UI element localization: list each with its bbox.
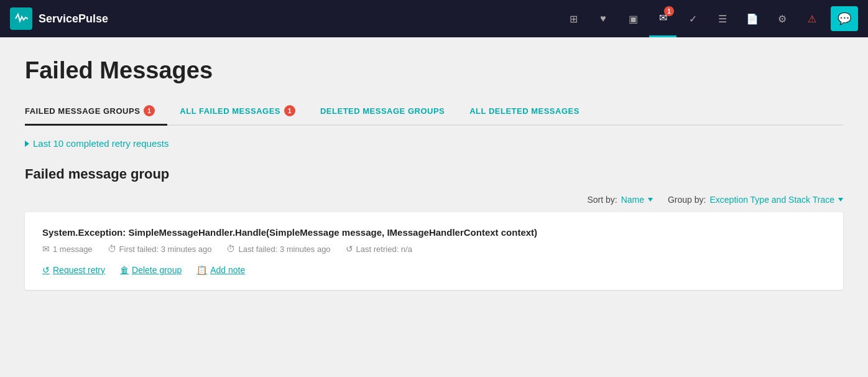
tab-failed-message-groups-badge: 1 xyxy=(144,105,155,116)
tabs-bar: FAILED MESSAGE GROUPS 1 ALL FAILED MESSA… xyxy=(25,99,843,126)
nav-messages[interactable]: ✉ 1 xyxy=(649,0,676,37)
nav-list[interactable]: ☰ xyxy=(709,0,736,37)
add-note-button[interactable]: 📋 Add note xyxy=(196,265,245,275)
tab-failed-message-groups-label: FAILED MESSAGE GROUPS xyxy=(25,106,140,116)
nav-warning[interactable]: ⚠ xyxy=(798,0,826,37)
nav-monitoring[interactable]: ▣ xyxy=(619,0,647,37)
group-by-control: Group by: Exception Type and Stack Trace xyxy=(668,195,843,205)
nav-dashboard[interactable]: ⊞ xyxy=(560,0,587,37)
navbar: ServicePulse ⊞ ♥ ▣ ✉ 1 ✓ ☰ 📄 ⚙ ⚠ 💬 xyxy=(0,0,868,37)
note-action-icon: 📋 xyxy=(196,265,207,275)
last-failed-item: ⏱ Last failed: 3 minutes ago xyxy=(226,244,330,254)
tab-deleted-message-groups[interactable]: DELETED MESSAGE GROUPS xyxy=(320,100,457,125)
nav-heartbeat[interactable]: ♥ xyxy=(589,0,617,37)
tab-all-failed-messages-badge: 1 xyxy=(284,105,295,116)
message-count-item: ✉ 1 message xyxy=(42,244,93,254)
first-failed-text: First failed: 3 minutes ago xyxy=(119,244,212,254)
group-value-dropdown[interactable]: Exception Type and Stack Trace xyxy=(709,195,843,205)
sort-group-row: Sort by: Name Group by: Exception Type a… xyxy=(25,195,843,205)
page-title: Failed Messages xyxy=(25,57,843,84)
tab-all-deleted-messages[interactable]: ALL DELETED MESSAGES xyxy=(469,100,592,125)
add-note-label: Add note xyxy=(210,265,245,275)
nav-check[interactable]: ✓ xyxy=(679,0,706,37)
tab-all-deleted-messages-label: ALL DELETED MESSAGES xyxy=(469,106,579,116)
tab-all-failed-messages-label: ALL FAILED MESSAGES xyxy=(180,106,280,116)
exception-text: System.Exception: SimpleMessageHandler.H… xyxy=(42,227,826,238)
message-meta: ✉ 1 message ⏱ First failed: 3 minutes ag… xyxy=(42,244,826,254)
request-retry-label: Request retry xyxy=(53,265,105,275)
delete-group-button[interactable]: 🗑 Delete group xyxy=(120,265,182,275)
delete-group-label: Delete group xyxy=(132,265,182,275)
message-group-card: System.Exception: SimpleMessageHandler.H… xyxy=(25,212,843,290)
sort-value-dropdown[interactable]: Name xyxy=(621,195,653,205)
last-failed-text: Last failed: 3 minutes ago xyxy=(238,244,330,254)
group-value-text: Exception Type and Stack Trace xyxy=(709,195,834,205)
group-label: Group by: xyxy=(668,195,706,205)
clock-icon-last: ⏱ xyxy=(226,244,235,254)
sort-value-text: Name xyxy=(621,195,644,205)
tab-deleted-message-groups-label: DELETED MESSAGE GROUPS xyxy=(320,106,445,116)
message-count: 1 message xyxy=(53,244,93,254)
tab-all-failed-messages[interactable]: ALL FAILED MESSAGES 1 xyxy=(180,99,308,126)
section-title: Failed message group xyxy=(25,166,843,182)
sort-dropdown-arrow xyxy=(648,198,653,202)
navbar-icons: ⊞ ♥ ▣ ✉ 1 ✓ ☰ 📄 ⚙ ⚠ 💬 xyxy=(560,0,858,37)
nav-chat-button[interactable]: 💬 xyxy=(831,6,858,31)
message-actions: ↺ Request retry 🗑 Delete group 📋 Add not… xyxy=(42,265,826,275)
group-dropdown-arrow xyxy=(838,198,843,202)
tab-failed-message-groups[interactable]: FAILED MESSAGE GROUPS 1 xyxy=(25,99,167,126)
messages-badge: 1 xyxy=(664,6,674,16)
brand-name: ServicePulse xyxy=(39,12,108,26)
content-area: Failed Messages FAILED MESSAGE GROUPS 1 … xyxy=(0,37,868,377)
first-failed-item: ⏱ First failed: 3 minutes ago xyxy=(108,244,212,254)
nav-settings[interactable]: ⚙ xyxy=(769,0,796,37)
brand-icon xyxy=(10,7,32,30)
retry-action-icon: ↺ xyxy=(42,265,50,275)
chevron-right-icon xyxy=(25,141,29,147)
retry-icon-meta: ↺ xyxy=(346,244,353,254)
last-retried-text: Last retried: n/a xyxy=(356,244,412,254)
sort-by-control: Sort by: Name xyxy=(587,195,653,205)
envelope-icon: ✉ xyxy=(42,244,50,254)
retry-requests-link[interactable]: Last 10 completed retry requests xyxy=(25,138,843,149)
clock-icon-first: ⏱ xyxy=(108,244,116,254)
sort-label: Sort by: xyxy=(587,195,617,205)
delete-action-icon: 🗑 xyxy=(120,265,129,275)
last-retried-item: ↺ Last retried: n/a xyxy=(346,244,412,254)
brand: ServicePulse xyxy=(10,7,560,30)
retry-link-label: Last 10 completed retry requests xyxy=(33,138,169,149)
request-retry-button[interactable]: ↺ Request retry xyxy=(42,265,105,275)
nav-document[interactable]: 📄 xyxy=(739,0,766,37)
